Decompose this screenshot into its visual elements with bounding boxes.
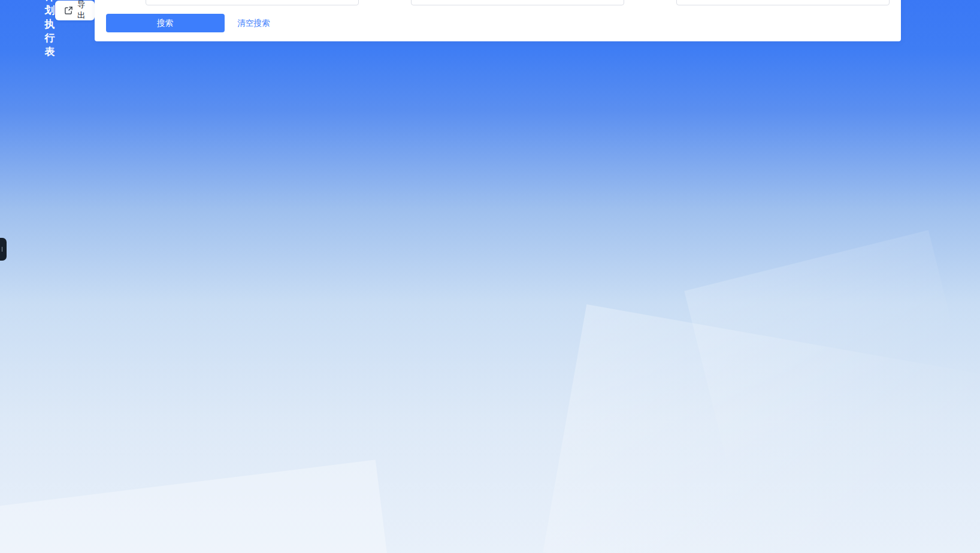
material-category-select[interactable]: 请选择 <box>411 0 624 5</box>
chevron-down-icon <box>346 0 353 4</box>
search-button[interactable]: 搜索 <box>106 14 225 32</box>
filter-row: 项目名称 请选择 材料分类 请选择 材料名称 <box>106 0 890 5</box>
project-name-label: 项目名称 <box>106 0 138 1</box>
page: 材料计划执行表 导出 项目名称 请选择 <box>70 0 875 17</box>
select-placeholder: 请选择 <box>684 0 707 1</box>
background-decoration <box>0 460 388 553</box>
material-name-label: 材料名称 <box>637 0 669 1</box>
chevron-down-icon <box>876 0 884 4</box>
material-name-select[interactable]: 请选择 <box>676 0 890 5</box>
export-button[interactable]: 导出 <box>55 1 95 20</box>
chevron-down-icon <box>611 0 618 4</box>
background-decoration <box>543 304 980 553</box>
select-placeholder: 请选择 <box>153 0 177 1</box>
material-category-label: 材料分类 <box>371 0 404 1</box>
filter-panel: 项目名称 请选择 材料分类 请选择 材料名称 <box>95 0 901 41</box>
page-header: 材料计划执行表 导出 <box>45 0 95 24</box>
page-title: 材料计划执行表 <box>45 0 56 59</box>
filter-field-project-name: 项目名称 请选择 <box>106 0 359 5</box>
clear-search-link[interactable]: 清空搜索 <box>238 18 270 29</box>
background-decoration <box>684 230 976 483</box>
filter-field-material-category: 材料分类 请选择 <box>371 0 624 5</box>
select-placeholder: 请选择 <box>419 0 442 1</box>
export-icon <box>64 6 73 15</box>
export-button-label: 导出 <box>77 0 86 21</box>
filter-actions: 搜索 清空搜索 <box>106 14 890 32</box>
project-name-select[interactable]: 请选择 <box>146 0 359 5</box>
filter-field-material-name: 材料名称 请选择 <box>637 0 890 5</box>
drawer-handle[interactable] <box>0 238 7 261</box>
